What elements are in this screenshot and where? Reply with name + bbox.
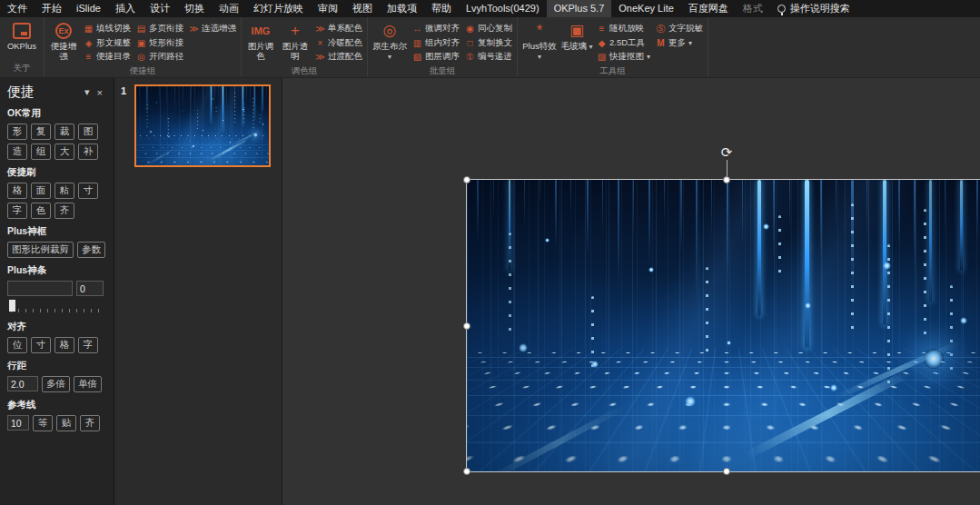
parameters-button[interactable]: 参数 [77, 242, 105, 258]
brush-button[interactable]: 寸 [78, 183, 98, 199]
ok-common-button[interactable]: 补 [78, 144, 98, 160]
line-spacing-input[interactable] [7, 376, 38, 391]
selection-handle-top-center[interactable] [723, 176, 730, 183]
multiple-spacing-button[interactable]: 多倍 [42, 376, 70, 392]
brush-button[interactable]: 粘 [54, 183, 74, 199]
quick-toc-button[interactable]: ≡ 便捷目录 [82, 50, 133, 64]
group-align-button[interactable]: ▥ 组内对齐 [411, 36, 461, 51]
img-transparent-icon: + [291, 21, 300, 41]
ok-common-button[interactable]: 图 [78, 124, 98, 140]
selection-handle-top-left[interactable] [463, 176, 470, 183]
tell-me-search[interactable]: 操作说明搜索 [770, 0, 857, 17]
shape-text-tidy-button[interactable]: ◈ 形文规整 [82, 36, 133, 51]
slide-thumbnail-panel: 1 [114, 78, 282, 505]
group-label-color: 调色组 [244, 64, 364, 80]
align-button[interactable]: 字 [78, 337, 98, 353]
menu-tab-view[interactable]: 视图 [345, 0, 380, 17]
single-spacing-button[interactable]: 单倍 [74, 376, 102, 392]
guides-input[interactable] [7, 415, 29, 431]
section-guides-label: 参考线 [7, 399, 106, 411]
menu-tab-islide[interactable]: iSlide [69, 0, 108, 17]
warm-cool-color-button[interactable]: × 冷暖配色 [313, 36, 364, 51]
menu-tab-onekey-lite[interactable]: OneKey Lite [611, 0, 681, 17]
brush-button[interactable]: 格 [7, 183, 27, 199]
menu-tab-help[interactable]: 帮助 [424, 0, 459, 17]
plus-bar-spin-input[interactable] [76, 281, 104, 296]
selection-handle-bottom-center[interactable] [723, 468, 730, 475]
rect-connect-button[interactable]: ▣ 矩形衔接 [134, 36, 185, 51]
align-button[interactable]: 位 [7, 337, 27, 353]
menu-tab-lvyhtools[interactable]: LvyhTools(0429) [459, 0, 547, 17]
concentric-copy-icon: ◉ [465, 24, 475, 34]
menu-tab-transitions[interactable]: 切换 [177, 0, 212, 17]
plus-effects-icon: * [537, 21, 543, 41]
plus-effects-button[interactable]: * Plus特效 ▾ [520, 18, 559, 62]
pane-close-icon[interactable]: × [94, 87, 106, 98]
image-transparent-button[interactable]: + 图片透明 [279, 18, 312, 61]
more-button[interactable]: M 更多 ▾ [654, 36, 705, 51]
ok-common-button[interactable]: 形 [7, 124, 27, 140]
convenience-enhance-button[interactable]: Ex 便捷增强 [47, 18, 80, 61]
align-button[interactable]: 寸 [31, 337, 51, 353]
fill-line-switch-button[interactable]: ▦ 填线切换 [82, 22, 133, 36]
menu-tab-file[interactable]: 文件 [0, 0, 35, 17]
menu-tab-home[interactable]: 开始 [35, 0, 69, 17]
text-masking-button[interactable]: Ⓢ 文字脱敏 [654, 22, 705, 36]
ok-common-button[interactable]: 大 [54, 144, 74, 160]
brush-button[interactable]: 色 [31, 203, 51, 219]
rect-connect-icon: ▣ [136, 38, 146, 48]
menu-tab-animations[interactable]: 动画 [212, 0, 246, 17]
plus-bar-input[interactable] [7, 281, 73, 296]
tool-25d-button[interactable]: ◆ 2.5D工具 [595, 36, 652, 51]
multipage-connect-button[interactable]: ▤ 多页衔接 [134, 22, 185, 36]
ok-common-button[interactable]: 裁 [54, 124, 74, 140]
multi-select-enhance-button[interactable]: ≫ 连选增强 [187, 22, 238, 36]
ok-common-button[interactable]: 复 [31, 124, 51, 140]
copy-swap-text-button[interactable]: □ 复制换文 [463, 36, 514, 51]
plus-bar-slider[interactable] [7, 300, 106, 314]
guides-snap-button[interactable]: 贴 [56, 415, 76, 431]
menu-tab-okplus[interactable]: OKPlus 5.7 [547, 0, 612, 17]
quick-cutout-button[interactable]: ▨ 快捷抠图 ▾ [595, 50, 652, 64]
guides-align-button[interactable]: 齐 [80, 415, 100, 431]
native-boolean-button[interactable]: ◎ 原生布尔 ▾ [371, 18, 409, 62]
brush-button[interactable]: 面 [31, 183, 51, 199]
brush-button[interactable]: 字 [7, 203, 27, 219]
menu-tab-addins[interactable]: 加载项 [380, 0, 424, 17]
menu-tab-design[interactable]: 设计 [143, 0, 177, 17]
slider-handle[interactable] [9, 300, 15, 312]
quick-cutout-icon: ▨ [597, 52, 607, 62]
menu-tab-insert[interactable]: 插入 [108, 0, 143, 17]
ex-badge-icon: Ex [55, 23, 72, 39]
editing-canvas[interactable]: ⟳ [282, 78, 980, 505]
slide-thumbnail[interactable] [134, 84, 271, 167]
selection-handle-middle-left[interactable] [463, 322, 470, 330]
selected-slide-image[interactable]: ⟳ [467, 180, 980, 471]
copy-swap-text-icon: □ [465, 38, 475, 48]
random-slideshow-button[interactable]: ≡ 随机放映 [595, 22, 652, 36]
pane-dropdown-icon[interactable]: ▾ [81, 86, 94, 98]
ok-common-button[interactable]: 组 [31, 144, 51, 160]
okplus-button[interactable]: OKPlus [3, 18, 41, 52]
concentric-copy-button[interactable]: ◉ 同心复制 [463, 22, 514, 36]
shape-ratio-crop-button[interactable]: 图形比例裁剪 [7, 242, 74, 258]
section-plus-frame-label: Plus神框 [7, 225, 106, 238]
guides-equal-button[interactable]: 等 [33, 415, 53, 431]
selection-handle-bottom-left[interactable] [463, 468, 470, 475]
menu-tab-slideshow[interactable]: 幻灯片放映 [246, 0, 311, 17]
layer-order-button[interactable]: ▧ 图层调序 [411, 50, 461, 64]
brush-button[interactable]: 齐 [54, 203, 74, 219]
gradient-color-button[interactable]: ≫ 过渡配色 [313, 50, 364, 64]
menu-tab-baidu-pan[interactable]: 百度网盘 [681, 0, 736, 17]
menu-tab-review[interactable]: 审阅 [311, 0, 345, 17]
fine-align-button[interactable]: ↔ 微调对齐 [411, 22, 461, 36]
open-close-path-button[interactable]: ◎ 开闭路径 [134, 50, 185, 64]
frosted-glass-button[interactable]: ▣ 毛玻璃 ▾ [560, 18, 593, 53]
rotation-handle[interactable]: ⟳ [719, 145, 734, 160]
number-progression-button[interactable]: ① 编号递进 [463, 50, 514, 64]
single-scheme-color-button[interactable]: ≫ 单系配色 [313, 22, 364, 36]
align-button[interactable]: 格 [54, 337, 74, 353]
image-color-adjust-button[interactable]: IMG 图片调色 [244, 18, 277, 61]
ok-common-button[interactable]: 造 [7, 144, 27, 160]
open-close-path-icon: ◎ [136, 52, 146, 62]
